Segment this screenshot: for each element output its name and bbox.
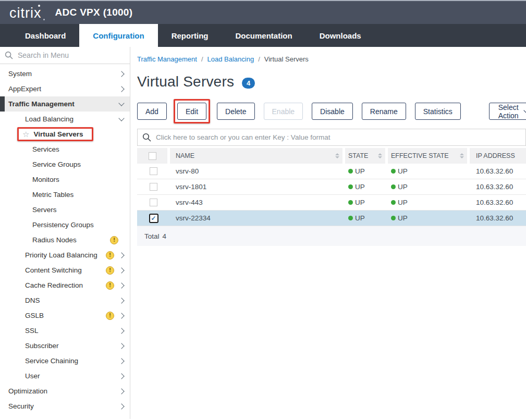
sidebar-item-label: Service Groups	[32, 160, 81, 168]
cell-eff: UP	[388, 214, 470, 222]
sidebar-item-label: Load Balancing	[25, 115, 74, 123]
table-search-input[interactable]: Click here to search or you can enter Ke…	[137, 129, 526, 146]
breadcrumb-separator: /	[258, 55, 260, 63]
sort-down-arrow	[335, 156, 339, 158]
column-header-ip-address[interactable]: IP ADDRESS	[470, 148, 526, 164]
add-button[interactable]: Add	[137, 103, 167, 120]
virtual-servers-table: NAMESTATEEFFECTIVE STATEIP ADDRESS vsrv-…	[137, 148, 526, 246]
row-checkbox[interactable]	[150, 199, 157, 206]
sidebar-item-label: SSL	[25, 327, 39, 335]
cell-state: UP	[345, 199, 388, 206]
disable-button[interactable]: Disable	[312, 103, 353, 120]
sidebar-item-cache-redirection[interactable]: Cache Redirection!	[0, 278, 130, 293]
status-text: UP	[355, 167, 365, 175]
cell-ip-address: 10.63.32.60	[470, 199, 526, 206]
breadcrumb-virtual-servers: Virtual Servers	[264, 55, 309, 63]
sidebar-item-radius-nodes[interactable]: Radius Nodes!	[0, 232, 130, 248]
table-body: vsrv-80UPUP10.63.32.60vsrv-1801UPUP10.63…	[137, 164, 526, 226]
breadcrumb-traffic-management[interactable]: Traffic Management	[137, 55, 197, 63]
select-action-button[interactable]: Select Action	[489, 103, 526, 120]
sidebar-item-servers[interactable]: Servers	[0, 202, 130, 217]
column-header-name[interactable]: NAME	[170, 148, 342, 164]
sidebar-item-subscriber[interactable]: Subscriber	[0, 338, 130, 353]
table-row-vsrv-80[interactable]: vsrv-80UPUP10.63.32.60	[137, 164, 526, 179]
cell-eff: UP	[388, 199, 470, 206]
favorite-star-icon[interactable]: ☆	[22, 130, 29, 138]
row-checkbox[interactable]	[150, 167, 157, 175]
cell-select	[137, 167, 170, 175]
sidebar-item-priority-load-balancing[interactable]: Priority Load Balancing!	[0, 248, 130, 263]
sidebar-item-optimization[interactable]: Optimization	[0, 384, 130, 399]
sidebar-item-services[interactable]: Services	[0, 142, 130, 157]
nav-tab-reporting[interactable]: Reporting	[158, 24, 222, 47]
chevron-right-icon	[118, 328, 124, 333]
table-row-vsrv-443[interactable]: vsrv-443UPUP10.63.32.60	[137, 195, 526, 211]
sidebar-item-user[interactable]: User	[0, 368, 130, 384]
sidebar-item-appexpert[interactable]: AppExpert	[0, 81, 130, 96]
sidebar-item-load-balancing[interactable]: Load Balancing	[0, 112, 130, 127]
sidebar-item-security[interactable]: Security	[0, 399, 130, 414]
sidebar-item-label: Monitors	[32, 176, 59, 183]
nav-tab-dashboard[interactable]: Dashboard	[11, 24, 79, 47]
top-nav: DashboardConfigurationReportingDocumenta…	[0, 24, 526, 47]
sidebar-item-service-groups[interactable]: Service Groups	[0, 157, 130, 172]
citrix-logo: citrix	[9, 5, 42, 20]
sidebar-item-persistency-groups[interactable]: Persistency Groups	[0, 217, 130, 232]
sidebar-item-traffic-management[interactable]: Traffic Management	[0, 96, 130, 112]
column-header-state[interactable]: STATE	[345, 148, 385, 164]
chevron-right-icon	[118, 267, 124, 273]
nav-tab-documentation[interactable]: Documentation	[222, 24, 306, 47]
sidebar-item-ssl[interactable]: SSL	[0, 323, 130, 338]
status-up-dot	[391, 169, 396, 174]
sidebar-item-monitors[interactable]: Monitors	[0, 172, 130, 187]
rename-button[interactable]: Rename	[362, 103, 406, 120]
status-text: UP	[398, 167, 408, 175]
statistics-button[interactable]: Statistics	[415, 103, 461, 120]
breadcrumb-separator: /	[201, 55, 203, 63]
nav-tab-configuration[interactable]: Configuration	[79, 24, 157, 47]
app-header: citrix ADC VPX (1000)	[0, 0, 526, 24]
main-content: Traffic Management/Load Balancing/Virtua…	[130, 47, 526, 419]
sidebar-item-metric-tables[interactable]: Metric Tables	[0, 187, 130, 202]
select-action-label: Select Action	[498, 103, 519, 120]
status-up-dot	[348, 200, 353, 205]
sidebar-item-service-chaining[interactable]: Service Chaining	[0, 353, 130, 368]
chevron-right-icon	[118, 343, 124, 349]
table-header: NAMESTATEEFFECTIVE STATEIP ADDRESS	[137, 148, 526, 164]
row-checkbox[interactable]	[150, 183, 157, 191]
chevron-right-icon	[118, 388, 124, 394]
breadcrumb-load-balancing[interactable]: Load Balancing	[207, 55, 254, 63]
table-row-vsrv-1801[interactable]: vsrv-1801UPUP10.63.32.60	[137, 179, 526, 195]
nav-tab-downloads[interactable]: Downloads	[306, 24, 375, 47]
sidebar-item-label: User	[25, 372, 40, 380]
sidebar-item-gslb[interactable]: GSLB!	[0, 308, 130, 323]
sidebar: Search in Menu SystemAppExpertTraffic Ma…	[0, 47, 130, 419]
column-header-label: IP ADDRESS	[476, 152, 515, 159]
row-checkbox[interactable]: ✓	[149, 214, 158, 223]
sidebar-item-virtual-servers[interactable]: ☆Virtual Servers	[0, 127, 130, 142]
sort-down-arrow	[460, 156, 464, 158]
cell-ip-address: 10.63.32.60	[470, 167, 526, 175]
enable-button: Enable	[264, 103, 303, 120]
sort-icon[interactable]	[460, 153, 464, 158]
sidebar-item-content-switching[interactable]: Content Switching!	[0, 263, 130, 278]
sidebar-item-dns[interactable]: DNS	[0, 293, 130, 308]
status-up-dot	[348, 216, 353, 220]
delete-button[interactable]: Delete	[217, 103, 254, 120]
sidebar-item-label: Subscriber	[25, 342, 59, 350]
edit-button[interactable]: Edit	[177, 103, 206, 120]
menu-search-input[interactable]: Search in Menu	[0, 47, 130, 64]
sort-icon[interactable]	[378, 153, 382, 158]
sort-icon[interactable]	[335, 153, 339, 158]
citrix-logo-text: citrix	[9, 5, 42, 21]
status-text: UP	[355, 214, 365, 222]
column-header-effective-state[interactable]: EFFECTIVE STATE	[388, 148, 467, 164]
sidebar-item-system[interactable]: System	[0, 66, 130, 81]
search-icon	[5, 51, 13, 59]
select-all-checkbox[interactable]	[149, 152, 156, 160]
cell-name: vsrv-22334	[170, 214, 345, 222]
status-text: UP	[398, 214, 408, 222]
warning-icon: !	[106, 266, 114, 275]
status-text: UP	[398, 199, 408, 206]
table-row-vsrv-22334[interactable]: ✓vsrv-22334UPUP10.63.32.60	[137, 211, 526, 226]
